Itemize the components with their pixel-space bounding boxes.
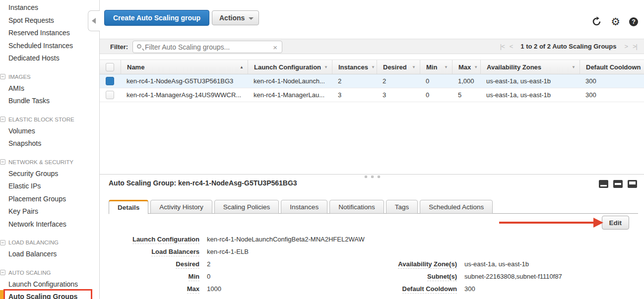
sidebar-section-ebs[interactable]: − ELASTIC BLOCK STORE [0,114,99,125]
sort-desc-icon: ▼ [412,65,416,69]
collapse-section-icon: − [0,74,5,79]
field-label: Desired [109,260,199,268]
details-fields-left: Launch Configurationken-rc4-1-NodeLaunch… [109,233,386,299]
sidebar-item-elastic-ips[interactable]: Elastic IPs [8,180,99,193]
column-label: Min [426,63,437,71]
tab-details[interactable]: Details [109,200,148,214]
tab-instances[interactable]: Instances [281,200,327,214]
field-value-subnets: subnet-22163808,subnet-f1110f87 [464,273,562,280]
tab-notifications[interactable]: Notifications [329,200,384,214]
sidebar-item-spot-requests[interactable]: Spot Requests [8,14,99,27]
next-page-icon[interactable]: > [624,43,628,50]
filter-input[interactable] [145,42,269,52]
field-value-max: 1000 [207,285,221,293]
sidebar-section-load-balancing[interactable]: − LOAD BALANCING [0,237,99,248]
sidebar-item-key-pairs[interactable]: Key Pairs [8,205,99,218]
tab-scheduled-actions[interactable]: Scheduled Actions [420,200,493,214]
sidebar-section-images[interactable]: − IMAGES [0,71,99,82]
panel-divider [100,174,644,175]
sidebar-item-snapshots[interactable]: Snapshots [8,137,99,150]
section-header-label: IMAGES [8,71,31,82]
cell-max: 1,000 [452,74,480,88]
sidebar-item-auto-scaling-groups[interactable]: Auto Scaling Groups [8,291,99,299]
sidebar-item-network-interfaces[interactable]: Network Interfaces [8,218,99,231]
section-header-label: NETWORK & SECURITY [8,157,73,168]
last-page-icon[interactable]: >| [633,43,637,50]
field-label: Launch Configuration [109,236,199,243]
first-page-icon[interactable]: |< [500,43,505,50]
table-row[interactable]: ken-rc4-1-ManagerAsg-14US9WWCR... ken-rc… [100,88,644,102]
filter-input-wrap: × [132,41,282,53]
cell-instances: 3 [332,88,377,102]
sidebar-item-security-groups[interactable]: Security Groups [8,168,99,180]
sort-desc-icon: ▼ [324,65,328,69]
pane-layout-full-icon[interactable] [628,180,637,188]
filter-label: Filter: [110,43,128,51]
actions-button-label: Actions [219,14,245,22]
row-checkbox-unchecked[interactable] [106,91,114,99]
sort-asc-icon: ▲ [240,65,244,69]
cell-min: 0 [420,88,452,102]
edit-button[interactable]: Edit [602,216,630,230]
sort-desc-icon: ▼ [444,65,448,69]
refresh-icon[interactable] [591,16,602,27]
sidebar-item-placement-groups[interactable]: Placement Groups [8,193,99,206]
sidebar-section-auto-scaling[interactable]: − AUTO SCALING [0,267,99,278]
panel-resize-handle[interactable] [365,176,380,178]
column-header-desired[interactable]: Desired▼ [377,60,420,74]
sidebar-item-reserved-instances[interactable]: Reserved Instances [8,27,99,40]
detail-tabs: Details Activity History Scaling Policie… [109,200,638,214]
cell-max: 5 [452,88,480,102]
sidebar-item-dedicated-hosts[interactable]: Dedicated Hosts [8,52,99,65]
sidebar-collapse-button[interactable] [88,10,100,31]
sidebar-item-amis[interactable]: AMIs [8,82,99,95]
clear-filter-icon[interactable]: × [273,43,277,52]
column-header-min[interactable]: Min▼ [420,60,452,74]
help-icon[interactable]: ? [629,17,638,26]
field-value-min: 0 [207,273,210,280]
table-row[interactable]: ken-rc4-1-NodeAsg-G5TU3P561BG3 ken-rc4-1… [100,74,644,88]
actions-dropdown-button[interactable]: Actions [212,10,259,25]
field-label: Load Balancers [109,248,199,255]
sidebar-item-volumes[interactable]: Volumes [8,125,99,138]
row-checkbox-checked[interactable] [106,77,114,85]
column-header-max[interactable]: Max▼ [452,60,480,74]
sidebar-item-bundle-tasks[interactable]: Bundle Tasks [8,95,99,108]
field-value-default-cooldown: 300 [464,285,475,293]
column-header-launch-configuration[interactable]: Launch Configuration▼ [248,60,332,74]
sort-desc-icon: ▼ [371,65,375,69]
field-label: Subnet(s) [382,273,457,280]
pane-layout-small-icon[interactable] [599,180,608,188]
create-auto-scaling-group-button[interactable]: Create Auto Scaling group [104,10,209,26]
pagination: |< < 1 to 2 of 2 Auto Scaling Groups > >… [500,43,637,50]
table-header-row: Name▲ Launch Configuration▼ Instances▼ D… [100,60,644,74]
prev-page-icon[interactable]: < [510,43,513,50]
field-label: Default Cooldown [382,285,457,293]
pagination-text: 1 to 2 of 2 Auto Scaling Groups [517,43,619,50]
column-label: Default Cooldown [586,63,641,71]
column-label: Max [458,63,471,71]
section-header-label: AUTO SCALING [8,267,51,278]
sidebar-item-load-balancers[interactable]: Load Balancers [8,248,99,261]
collapse-section-icon: − [0,117,5,122]
column-header-default-cooldown[interactable]: Default Cooldown [580,60,644,74]
field-label: Max [109,285,199,293]
sidebar-section-network-security[interactable]: − NETWORK & SECURITY [0,157,99,168]
sidebar-item-scheduled-instances[interactable]: Scheduled Instances [8,40,99,53]
detail-panel-title: Auto Scaling Group: ken-rc4-1-NodeAsg-G5… [109,179,297,187]
column-header-instances[interactable]: Instances▼ [332,60,377,74]
select-all-checkbox[interactable] [106,63,114,71]
cell-instances: 2 [332,74,377,88]
column-header-availability-zones[interactable]: Availability Zones▼ [480,60,580,74]
asg-table: Name▲ Launch Configuration▼ Instances▼ D… [100,60,644,102]
tab-activity-history[interactable]: Activity History [150,200,212,214]
annotation-arrow [499,222,594,224]
tab-tags[interactable]: Tags [386,200,418,214]
column-header-name[interactable]: Name▲ [121,60,248,74]
tab-scaling-policies[interactable]: Scaling Policies [214,200,279,214]
sidebar-item-launch-configurations[interactable]: Launch Configurations [8,278,99,291]
sidebar-item-instances[interactable]: Instances [8,1,99,14]
pane-layout-half-icon[interactable] [613,180,623,188]
gear-icon[interactable]: ⚙ [611,17,620,27]
details-fields-right: Availability Zone(s)us-east-1a, us-east-… [382,258,640,299]
